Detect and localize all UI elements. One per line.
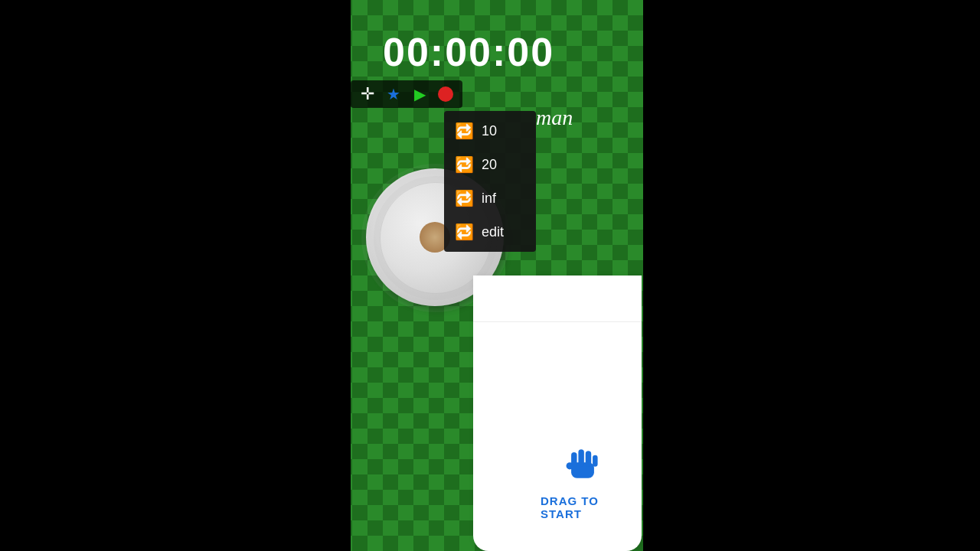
svg-rect-5	[567, 462, 573, 469]
left-bar	[337, 0, 351, 551]
dropdown-label-inf: inf	[482, 191, 496, 207]
play-button[interactable]: ▶	[409, 83, 430, 105]
drag-area: DRAG TO START	[541, 442, 625, 520]
timer-display: 00:00:00	[383, 29, 635, 75]
record-button[interactable]	[435, 83, 456, 105]
dropdown-menu: 🔁 10 🔁 20 🔁 inf 🔁 edit	[444, 111, 536, 252]
dropdown-item-inf[interactable]: 🔁 inf	[444, 181, 536, 215]
svg-rect-3	[586, 451, 591, 467]
star-icon: ★	[387, 85, 400, 103]
repeat-icon-edit: 🔁	[455, 223, 474, 241]
dropdown-item-20[interactable]: 🔁 20	[444, 148, 536, 181]
toolbar: ✛ ★ ▶	[351, 80, 462, 108]
paper-sheet: DRAG TO START	[473, 276, 642, 551]
dropdown-item-10[interactable]: 🔁 10	[444, 114, 536, 148]
record-icon	[438, 86, 453, 102]
drag-icon	[561, 442, 604, 485]
svg-rect-2	[578, 449, 583, 466]
move-icon: ✛	[361, 84, 374, 104]
dropdown-item-edit[interactable]: 🔁 edit	[444, 215, 536, 249]
move-button[interactable]: ✛	[357, 83, 378, 105]
dropdown-label-10: 10	[482, 123, 497, 139]
repeat-icon-10: 🔁	[455, 122, 474, 140]
repeat-icon-inf: 🔁	[455, 189, 474, 207]
dropdown-label-edit: edit	[482, 224, 504, 240]
repeat-icon-20: 🔁	[455, 155, 474, 174]
subtitle-text: man	[536, 106, 573, 130]
dropdown-label-20: 20	[482, 157, 497, 173]
svg-rect-4	[593, 455, 598, 467]
play-icon: ▶	[414, 85, 426, 103]
drag-to-start-label: DRAG TO START	[541, 494, 625, 520]
star-button[interactable]: ★	[383, 83, 404, 105]
